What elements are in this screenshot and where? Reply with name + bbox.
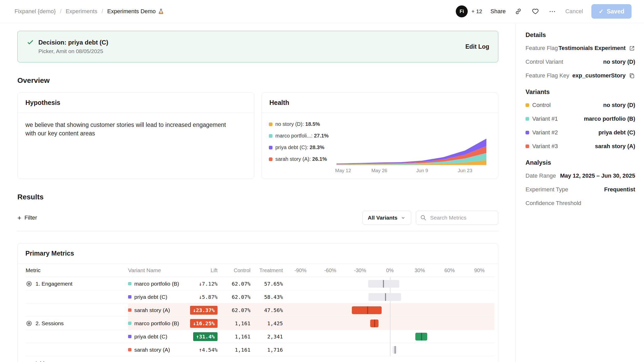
ci-bar <box>368 293 401 301</box>
legend-swatch <box>269 134 272 138</box>
variant-left: Variant #3 <box>526 143 558 150</box>
breadcrumb-item-2[interactable]: Experiments Demo <box>107 8 164 15</box>
lift-cell: ↑4.54% <box>184 347 218 353</box>
variant-swatch <box>128 348 131 351</box>
variant-row: Variant #1marco portfolio (B) <box>526 115 635 122</box>
hypothesis-title: Hypothesis <box>18 93 254 113</box>
table-row[interactable]: 2. Sessionsmarco portfolio (B)↓16.25%1,1… <box>26 317 494 330</box>
avatar[interactable]: Fi <box>456 5 468 17</box>
axis-tick: -90% <box>294 267 306 273</box>
cancel-button[interactable]: Cancel <box>565 8 583 15</box>
lift-cell: ↓5.87% <box>184 294 218 300</box>
axis-tick: 0% <box>386 267 394 273</box>
ellipsis-glyph: ⋯ <box>549 8 556 16</box>
table-row[interactable]: 1. Engagementmarco portfolio (B)↓7.12%62… <box>26 277 494 290</box>
table-row[interactable]: priya debt (C)↓5.87%62.07%58.43% <box>26 290 494 303</box>
external-link-icon[interactable] <box>629 45 635 52</box>
column-lift: Lift <box>184 267 218 273</box>
table-row[interactable]: sarah story (A)↑4.54%1,1611,716 <box>26 343 494 356</box>
lift-value: ↓7.12% <box>199 281 218 287</box>
details-sidebar: Details Feature FlagTestimonials Experim… <box>515 23 644 362</box>
treatment-cell: 47.56% <box>250 307 283 313</box>
results-heading: Results <box>17 193 498 201</box>
metrics-table: Metric Variant Name Lift Control Treatme… <box>18 264 498 362</box>
legend-swatch <box>269 122 272 126</box>
filter-button[interactable]: + Filter <box>17 214 37 221</box>
variant-label: sarah story (A) <box>134 347 170 353</box>
favorite-heart-icon[interactable] <box>531 7 540 16</box>
svg-text:Jun 9: Jun 9 <box>416 168 428 173</box>
detail-row: Feature FlagTestimonials Experiment <box>526 45 635 52</box>
variant-label: marco portfolio (B) <box>134 281 179 287</box>
hypothesis-card: Hypothesis we believe that showing custo… <box>17 92 254 179</box>
variant-row: Controlno story (D) <box>526 102 635 108</box>
copy-icon[interactable] <box>629 73 635 79</box>
zero-line <box>390 303 390 317</box>
metric-label: 1. Engagement <box>36 281 72 287</box>
plus-icon: + <box>27 360 31 362</box>
table-row[interactable]: sarah story (A)↓23.37%62.07%47.56% <box>26 303 494 317</box>
ci-chart-cell <box>283 317 494 330</box>
ci-chart-cell <box>283 303 494 317</box>
treatment-cell: 57.65% <box>250 281 283 287</box>
lift-value: ↑31.4% <box>193 332 218 341</box>
legend-label: priya debt (C): 28.3% <box>275 144 324 150</box>
details-rows: Feature FlagTestimonials ExperimentContr… <box>526 45 635 79</box>
control-cell: 1,161 <box>218 347 250 353</box>
filter-row: + Filter All Variants <box>17 211 498 225</box>
variant-name: Variant #3 <box>532 143 558 150</box>
lift-cell: ↓16.25% <box>184 319 218 328</box>
axis-tick: 90% <box>474 267 485 273</box>
svg-text:Jun 23: Jun 23 <box>458 168 472 173</box>
variant-swatch <box>128 308 131 312</box>
breadcrumb-label: Experiments <box>66 8 97 15</box>
share-button[interactable]: Share <box>491 8 506 15</box>
detail-value-wrap: exp_customerStory <box>572 72 635 79</box>
legend-item: marco portfoli...: 27.1% <box>269 133 332 139</box>
copy-link-icon[interactable] <box>514 7 523 16</box>
analysis-label: Confidence Threshold <box>526 200 581 207</box>
search-input[interactable] <box>416 211 498 225</box>
breadcrumb: Fixpanel {demo}/Experiments/Experiments … <box>15 8 164 15</box>
variant-name: Control <box>532 102 551 108</box>
breadcrumb-separator: / <box>60 8 61 15</box>
variants-dropdown-label: All Variants <box>368 215 397 221</box>
saved-button[interactable]: ✓ Saved <box>591 4 632 19</box>
health-chart: May 12May 26Jun 9Jun 23 <box>335 138 488 173</box>
zero-line <box>390 317 390 330</box>
variant-name: Variant #1 <box>532 115 558 122</box>
axis-tick: -60% <box>324 267 336 273</box>
collaborator-count[interactable]: + 12 <box>471 8 482 15</box>
analysis-value: Frequentist <box>604 186 635 193</box>
breadcrumb-item-1[interactable]: Experiments <box>66 8 97 15</box>
breadcrumb-item-0[interactable]: Fixpanel {demo} <box>15 8 56 15</box>
variant-value: priya debt (C) <box>598 129 635 136</box>
topbar-actions: Fi + 12 Share ⋯ Cancel ✓ Saved <box>456 4 632 19</box>
legend-label: no story (D): 18.5% <box>275 121 320 127</box>
variant-name: Variant #2 <box>532 129 558 136</box>
analysis-label: Date Range <box>526 172 556 179</box>
detail-value-wrap: Testimonials Experiment <box>558 45 635 52</box>
add-metric-button[interactable]: + Add <box>26 356 44 362</box>
lift-cell: ↓7.12% <box>184 281 218 287</box>
main-content: Decision: priya debt (C) Picker, Amit on… <box>0 23 515 362</box>
detail-label: Control Variant <box>526 59 563 65</box>
edit-log-button[interactable]: Edit Log <box>465 43 489 50</box>
metric-bullseye-icon <box>26 280 32 287</box>
more-menu-icon[interactable]: ⋯ <box>548 7 557 16</box>
legend-swatch <box>269 157 272 161</box>
analysis-heading: Analysis <box>526 159 635 166</box>
table-row[interactable]: priya debt (C)↑31.4%1,1612,341 <box>26 330 494 343</box>
variant-value: no story (D) <box>603 102 635 108</box>
treatment-cell: 1,716 <box>250 347 283 353</box>
lift-cell: ↑31.4% <box>184 332 218 341</box>
table-header: Metric Variant Name Lift Control Treatme… <box>26 264 494 277</box>
legend-label: sarah story (A): 26.1% <box>275 156 327 162</box>
variants-dropdown[interactable]: All Variants <box>362 211 411 225</box>
ci-chart-cell <box>283 277 494 290</box>
variant-label: marco portfolio (B) <box>134 320 179 327</box>
variant-left: Variant #1 <box>526 115 558 122</box>
app: Fixpanel {demo}/Experiments/Experiments … <box>0 0 644 362</box>
control-cell: 62.07% <box>218 281 250 287</box>
column-metric: Metric <box>26 267 128 273</box>
